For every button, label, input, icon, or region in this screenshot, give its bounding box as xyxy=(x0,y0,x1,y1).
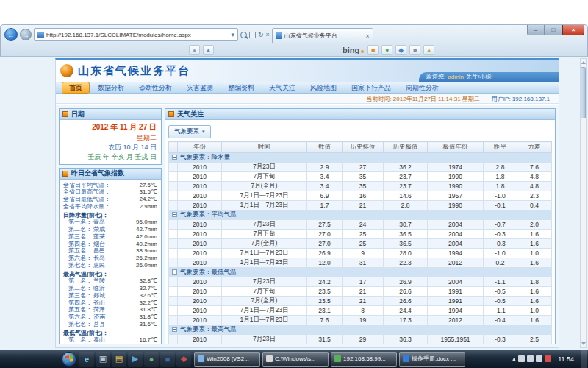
table-row[interactable]: 20107月下旬3.43523.719901.84.8 xyxy=(169,172,552,182)
tray-icons xyxy=(518,355,551,362)
table-section-row[interactable]: 气象要素：最高气温 xyxy=(169,325,552,335)
collapse-icon[interactable] xyxy=(172,212,177,217)
element-filter-button[interactable]: 气象要素 ▾ xyxy=(168,125,211,138)
weather-panel-header: 天气关注 xyxy=(165,109,555,120)
col-variance[interactable]: 方差 xyxy=(517,142,552,153)
stop-icon[interactable]: × xyxy=(266,32,270,38)
scrollbar-thumb[interactable] xyxy=(581,67,586,118)
taskbar-window-4[interactable]: 操作手册.docx ... xyxy=(399,352,465,367)
address-bar[interactable]: http://192.168.137.1/SLCCLIMATE/modules/… xyxy=(34,28,238,41)
security-icon[interactable]: ◆ xyxy=(176,352,191,367)
network-icon[interactable] xyxy=(527,355,534,362)
browser-forward-button[interactable]: → xyxy=(20,29,32,40)
msn-icon[interactable]: ■ xyxy=(368,45,379,55)
nav-item-3[interactable]: 诊断性分析 xyxy=(132,82,179,93)
volume-icon[interactable] xyxy=(536,355,542,362)
weather-panel-body: 气象要素 ▾ 年份 xyxy=(165,120,555,344)
photo-thumbnail-icon[interactable]: ▲ xyxy=(203,45,214,55)
table-row[interactable]: 20107月23日27.52430.72004-0.72.0 xyxy=(169,220,552,230)
nav-item-1[interactable]: 首页 xyxy=(62,82,90,94)
table-row[interactable]: 20107月(全月)23.52126.61991-0.51.6 xyxy=(169,297,552,306)
weather-focus-panel: 天气关注 气象要素 ▾ xyxy=(165,108,556,344)
table-row[interactable]: 20107月23日31.52936.31955,1951-0.32.5 xyxy=(169,335,552,344)
table-row[interactable]: 20107月23日2.92736.219742.87.6 xyxy=(169,163,552,172)
start-button[interactable] xyxy=(62,352,76,367)
update-icon[interactable] xyxy=(518,355,525,362)
section-label: 气象要素：最低气温 xyxy=(180,268,237,275)
nav-item-8[interactable]: 国家下行产品 xyxy=(345,82,398,93)
ie-icon[interactable]: e xyxy=(79,352,94,367)
table-row[interactable]: 20101月1日—7月23日7.61917.32012-0.41.6 xyxy=(169,316,552,325)
table-section-row[interactable]: 气象要素：平均气温 xyxy=(169,210,552,220)
taskbar-clock[interactable]: 11:54 xyxy=(558,355,574,363)
table-row[interactable]: 20107月23日24.21726.92004-1.11.8 xyxy=(169,277,552,287)
date-panel-body: 2012 年 11 月 27 日 星期二 农历 10 月 14 日 壬辰 年 辛… xyxy=(60,120,161,164)
nav-item-9[interactable]: 周期性分析 xyxy=(399,82,445,93)
col-value[interactable]: 数值 xyxy=(307,142,343,153)
col-extreme-year[interactable]: 极值年份 xyxy=(428,142,484,153)
bing-logo[interactable]: bing xyxy=(343,46,364,54)
tray-expand-icon[interactable]: ▴ xyxy=(512,355,515,362)
taskbar-window-1[interactable]: Win2008 [VS2... xyxy=(194,352,260,367)
browser-tab[interactable]: 山东省气候业务平台 × xyxy=(272,28,373,43)
table-row[interactable]: 20101月1日—7月23日1.7212.81990-0.10.4 xyxy=(169,201,552,210)
table-row[interactable]: 20107月(全月)27.02536.52004-0.31.6 xyxy=(169,239,552,249)
rank-item: 第六名：济南31.8℃ xyxy=(63,314,157,321)
compatibility-view-icon[interactable] xyxy=(249,32,256,38)
nav-item-2[interactable]: 数据分析 xyxy=(91,82,131,93)
messenger-icon[interactable]: ● xyxy=(381,45,392,55)
scroll-up-icon[interactable] xyxy=(581,61,586,64)
window-icon[interactable]: ▣ xyxy=(96,352,110,367)
vs-icon[interactable]: ■ xyxy=(160,352,175,367)
refresh-icon[interactable]: ↻ xyxy=(258,32,264,38)
lunar-date: 农历 10 月 14 日 xyxy=(64,143,157,152)
minimize-button[interactable]: – xyxy=(527,25,545,35)
col-year[interactable]: 年份 xyxy=(178,142,222,153)
maximize-button[interactable]: □ xyxy=(545,25,562,35)
table-row[interactable]: 20101月1日—7月23日12.03122.320120.21.6 xyxy=(169,258,552,268)
taskbar-window-icon xyxy=(403,355,409,362)
nav-item-6[interactable]: 天气关注 xyxy=(262,82,302,93)
date-panel: 日期 2012 年 11 月 27 日 星期二 农历 10 月 14 日 壬辰 … xyxy=(59,108,162,165)
table-section-row[interactable]: 气象要素：降水量 xyxy=(169,153,552,163)
browser-chrome: ← → http://192.168.137.1/SLCCLIMATE/modu… xyxy=(0,24,588,57)
table-row[interactable]: 20107月1日—7月23日26.9928.01994-1.01.0 xyxy=(169,249,552,258)
collapse-icon[interactable] xyxy=(172,327,177,332)
nav-item-4[interactable]: 灾害监测 xyxy=(180,82,220,93)
table-row[interactable]: 20107月1日—7月23日23.1824.41994-1.11.0 xyxy=(169,306,552,316)
col-rank[interactable]: 历史排位 xyxy=(343,142,384,153)
antivirus-icon[interactable] xyxy=(545,355,551,362)
explorer-folder-icon[interactable]: ▤ xyxy=(112,352,126,367)
taskbar-window-2[interactable]: C:\Windows\s... xyxy=(262,352,329,367)
table-row[interactable]: 20107月1日—7月23日6.91614.61957-1.02.3 xyxy=(169,191,552,201)
col-extreme[interactable]: 历史极值 xyxy=(384,142,428,153)
table-row[interactable]: 20107月下旬27.02536.52004-0.31.6 xyxy=(169,230,552,239)
nav-item-5[interactable]: 整编资料 xyxy=(221,82,261,93)
collapse-icon[interactable] xyxy=(172,155,177,160)
col-time[interactable]: 时间 xyxy=(222,142,307,153)
media-player-icon[interactable]: ▶ xyxy=(128,352,143,367)
weather-table: 年份 时间 数值 历史排位 历史极值 极值年份 距平 方差 xyxy=(168,141,552,344)
browser-back-button[interactable]: ← xyxy=(4,28,18,41)
favorites-thumbnail-icon[interactable]: ▲ xyxy=(189,45,200,55)
welcome-bar: 欢迎您: admin 先生/小姐! xyxy=(419,72,559,82)
home-icon[interactable]: ▲ xyxy=(423,45,434,55)
search-icon[interactable] xyxy=(240,32,247,38)
page-scrollbar[interactable] xyxy=(580,58,587,348)
messenger-icon[interactable]: ● xyxy=(144,352,159,367)
taskbar-window-3[interactable]: 192.168.58.99... xyxy=(331,352,397,367)
col-anomaly[interactable]: 距平 xyxy=(484,142,517,153)
mail-icon[interactable]: ■ xyxy=(409,45,420,55)
camera-icon[interactable]: ◆ xyxy=(395,45,406,55)
close-button[interactable]: × xyxy=(562,25,584,35)
collapse-icon[interactable] xyxy=(172,269,177,275)
toolbar-icons: ■●◆■▲ xyxy=(368,45,434,55)
scroll-down-icon[interactable] xyxy=(581,342,586,345)
table-row[interactable]: 20107月下旬23.52126.61991-0.51.6 xyxy=(169,287,552,297)
tab-close-icon[interactable]: × xyxy=(366,32,370,40)
nav-item-7[interactable]: 风险地图 xyxy=(304,82,343,93)
show-desktop-button[interactable] xyxy=(581,350,587,368)
address-dropdown-icon[interactable]: ▾ xyxy=(231,32,234,38)
table-section-row[interactable]: 气象要素：最低气温 xyxy=(169,268,552,277)
table-row[interactable]: 20107月(全月)3.43523.719901.84.8 xyxy=(169,182,552,191)
